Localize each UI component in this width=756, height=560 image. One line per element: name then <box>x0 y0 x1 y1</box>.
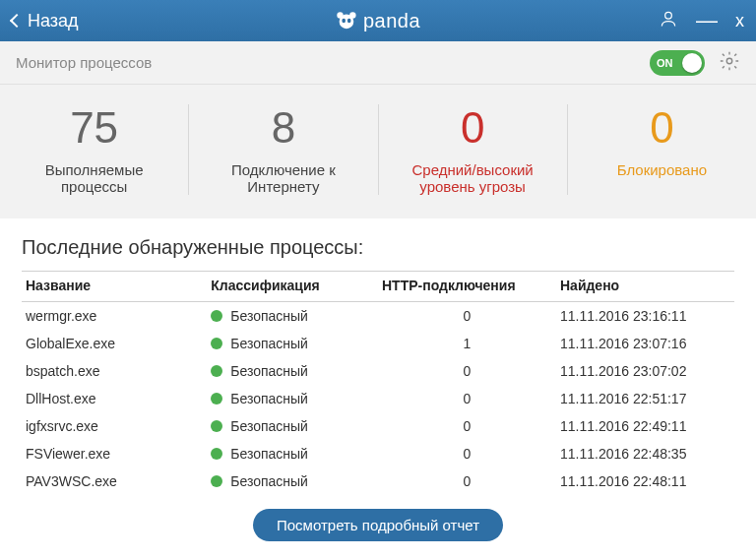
cell-found: 11.11.2016 23:16:11 <box>556 302 734 331</box>
window-controls: — x <box>659 9 744 33</box>
cell-found: 11.11.2016 22:48:11 <box>556 467 734 495</box>
stat-value: 8 <box>189 104 377 152</box>
col-header-found: Найдено <box>556 272 734 302</box>
classification-text: Безопасный <box>230 446 308 462</box>
minimize-button[interactable]: — <box>696 16 718 26</box>
cell-found: 11.11.2016 22:48:35 <box>556 440 734 467</box>
cell-classification: Безопасный <box>207 357 378 385</box>
close-button[interactable]: x <box>735 11 744 31</box>
cell-name: PAV3WSC.exe <box>22 467 207 495</box>
cell-found: 11.11.2016 22:49:11 <box>556 412 734 440</box>
gear-icon <box>719 50 740 72</box>
status-dot-icon <box>211 475 222 487</box>
svg-point-6 <box>726 58 732 64</box>
status-dot-icon <box>211 338 222 349</box>
col-header-http: HTTP-подключения <box>378 272 556 302</box>
table-row[interactable]: igfxsrvc.exeБезопасный011.11.2016 22:49:… <box>22 412 734 440</box>
col-header-classification: Классификация <box>207 272 378 302</box>
user-icon[interactable] <box>659 9 678 33</box>
page-title: Монитор процессов <box>16 54 152 71</box>
classification-text: Безопасный <box>230 336 308 351</box>
cell-http: 0 <box>378 467 556 495</box>
stat-value: 0 <box>568 104 756 152</box>
cell-http: 1 <box>378 330 556 357</box>
toggle-label: ON <box>657 57 673 69</box>
settings-button[interactable] <box>719 50 740 75</box>
content: Последние обнаруженные процессы: Названи… <box>0 218 756 551</box>
monitor-toggle[interactable]: ON <box>650 50 705 76</box>
classification-text: Безопасный <box>230 308 308 324</box>
svg-point-3 <box>342 19 346 24</box>
cell-name: DllHost.exe <box>22 385 207 412</box>
table-row[interactable]: wermgr.exeБезопасный011.11.2016 23:16:11 <box>22 302 734 331</box>
stat-label: Средний/высокий уровень угрозы <box>379 161 567 195</box>
status-dot-icon <box>211 365 222 377</box>
status-dot-icon <box>211 310 222 322</box>
back-label: Назад <box>28 11 79 31</box>
cell-name: FSViewer.exe <box>22 440 207 467</box>
back-button[interactable]: Назад <box>12 11 79 31</box>
stat-label: Блокировано <box>568 161 756 178</box>
cell-classification: Безопасный <box>207 330 378 357</box>
brand-text: panda <box>363 10 420 32</box>
status-dot-icon <box>211 448 222 460</box>
status-dot-icon <box>211 420 222 432</box>
cell-classification: Безопасный <box>207 467 378 495</box>
svg-point-2 <box>349 12 355 18</box>
stat-label: Подключение к Интернету <box>189 161 377 195</box>
classification-text: Безопасный <box>230 391 308 406</box>
chevron-left-icon <box>10 14 24 28</box>
sub-header: Монитор процессов ON <box>0 41 756 85</box>
stats-row: 75Выполняемые процессы8Подключение к Инт… <box>0 85 756 218</box>
section-title: Последние обнаруженные процессы: <box>22 236 734 259</box>
svg-point-4 <box>347 19 351 24</box>
table-row[interactable]: DllHost.exeБезопасный011.11.2016 22:51:1… <box>22 385 734 412</box>
table-row[interactable]: PAV3WSC.exeБезопасный011.11.2016 22:48:1… <box>22 467 734 495</box>
cell-http: 0 <box>378 302 556 331</box>
cell-name: igfxsrvc.exe <box>22 412 207 440</box>
panda-logo-icon <box>336 10 357 31</box>
cell-classification: Безопасный <box>207 412 378 440</box>
cell-http: 0 <box>378 385 556 412</box>
stat-card: 8Подключение к Интернету <box>189 104 378 195</box>
cell-classification: Безопасный <box>207 440 378 467</box>
stat-card: 0Блокировано <box>568 104 756 195</box>
cell-name: wermgr.exe <box>22 302 207 331</box>
col-header-name: Название <box>22 272 207 302</box>
view-report-button[interactable]: Посмотреть подробный отчет <box>253 509 503 541</box>
svg-point-1 <box>337 12 343 18</box>
titlebar: Назад panda — x <box>0 0 756 41</box>
cell-http: 0 <box>378 357 556 385</box>
toggle-knob <box>682 53 702 73</box>
cell-classification: Безопасный <box>207 302 378 331</box>
cell-found: 11.11.2016 23:07:02 <box>556 357 734 385</box>
classification-text: Безопасный <box>230 363 308 379</box>
classification-text: Безопасный <box>230 473 308 489</box>
cell-classification: Безопасный <box>207 385 378 412</box>
table-row[interactable]: FSViewer.exeБезопасный011.11.2016 22:48:… <box>22 440 734 467</box>
stat-card: 0Средний/высокий уровень угрозы <box>379 104 568 195</box>
cell-found: 11.11.2016 23:07:16 <box>556 330 734 357</box>
brand: panda <box>336 10 420 32</box>
cell-name: bspatch.exe <box>22 357 207 385</box>
stat-label: Выполняемые процессы <box>0 161 188 195</box>
table-row[interactable]: bspatch.exeБезопасный011.11.2016 23:07:0… <box>22 357 734 385</box>
cell-found: 11.11.2016 22:51:17 <box>556 385 734 412</box>
table-row[interactable]: GlobalExe.exeБезопасный111.11.2016 23:07… <box>22 330 734 357</box>
process-table: Название Классификация HTTP-подключения … <box>22 271 734 495</box>
stat-value: 0 <box>379 104 567 152</box>
stat-value: 75 <box>0 104 188 152</box>
stat-card: 75Выполняемые процессы <box>0 104 189 195</box>
svg-point-5 <box>665 12 672 19</box>
classification-text: Безопасный <box>230 418 308 434</box>
cell-name: GlobalExe.exe <box>22 330 207 357</box>
cell-http: 0 <box>378 440 556 467</box>
cell-http: 0 <box>378 412 556 440</box>
status-dot-icon <box>211 393 222 404</box>
